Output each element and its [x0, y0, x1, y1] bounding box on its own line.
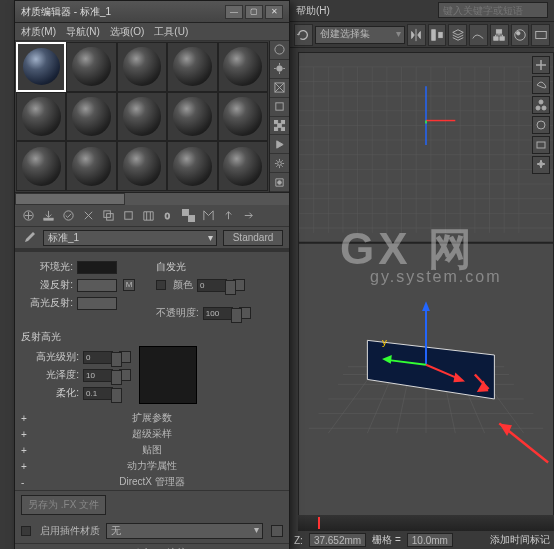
make-copy-icon[interactable] [99, 207, 117, 225]
close-button[interactable]: ✕ [265, 5, 283, 19]
sample-uv-icon[interactable] [270, 98, 289, 117]
plugin-dropdown[interactable]: 无 [106, 523, 263, 539]
put-to-library-icon[interactable] [139, 207, 157, 225]
material-name-input[interactable]: 标准_1 [43, 230, 217, 246]
modify-tab-icon[interactable] [532, 76, 550, 94]
material-id-icon[interactable]: 0 [159, 207, 177, 225]
show-in-viewport-icon[interactable] [179, 207, 197, 225]
go-to-parent-icon[interactable] [219, 207, 237, 225]
color-checkbox-label: 颜色 [173, 278, 193, 292]
svg-rect-64 [274, 127, 278, 131]
make-preview-icon[interactable] [270, 135, 289, 154]
svg-rect-60 [276, 103, 283, 110]
svg-point-52 [539, 100, 543, 104]
sample-slot[interactable] [16, 92, 66, 142]
eyedropper-icon[interactable] [21, 230, 37, 246]
plugin-map-button[interactable] [271, 525, 283, 537]
video-check-icon[interactable] [270, 117, 289, 136]
menu-help[interactable]: 帮助(H) [296, 4, 330, 18]
slots-scrollbar[interactable] [15, 193, 289, 205]
diffuse-color-swatch[interactable] [77, 279, 117, 292]
make-unique-icon[interactable] [119, 207, 137, 225]
minimize-button[interactable]: — [225, 5, 243, 19]
get-material-icon[interactable] [19, 207, 37, 225]
opacity-label: 不透明度: [156, 306, 199, 320]
rollout-mental-ray[interactable]: mental ray 连接 [15, 543, 289, 549]
maximize-button[interactable]: ▢ [245, 5, 263, 19]
curve-editor-icon[interactable] [469, 24, 488, 46]
go-forward-icon[interactable] [239, 207, 257, 225]
reset-map-icon[interactable] [79, 207, 97, 225]
add-time-tag[interactable]: 添加时间标记 [490, 533, 550, 547]
utilities-tab-icon[interactable] [532, 156, 550, 174]
self-illum-spinner[interactable]: 0 [197, 279, 227, 292]
display-tab-icon[interactable] [532, 136, 550, 154]
sample-slot[interactable] [16, 141, 66, 191]
sample-slot[interactable] [66, 42, 116, 92]
select-by-material-icon[interactable] [270, 173, 289, 192]
specular-color-swatch[interactable] [77, 297, 117, 310]
sample-slot[interactable] [167, 92, 217, 142]
sample-slot[interactable] [117, 141, 167, 191]
menu-options[interactable]: 选项(O) [110, 25, 144, 39]
material-editor-icon[interactable] [511, 24, 530, 46]
rollout-directx[interactable]: DirectX 管理器 [15, 474, 289, 490]
perspective-viewport[interactable]: y [298, 52, 554, 531]
glossiness-spinner[interactable]: 10 [83, 369, 113, 382]
put-to-scene-icon[interactable] [39, 207, 57, 225]
svg-rect-76 [182, 209, 189, 216]
opacity-spinner[interactable]: 100 [203, 307, 233, 320]
rollout-dynamics[interactable]: 动力学属性 [15, 458, 289, 474]
sample-slot[interactable] [218, 92, 268, 142]
timeline-track[interactable] [298, 515, 554, 531]
menu-material[interactable]: 材质(M) [21, 25, 56, 39]
spec-level-spinner[interactable]: 0 [83, 351, 113, 364]
align-icon[interactable] [428, 24, 447, 46]
sample-type-icon[interactable] [270, 41, 289, 60]
backlight-icon[interactable] [270, 60, 289, 79]
sample-slot[interactable] [117, 92, 167, 142]
material-editor-window: 材质编辑器 - 标准_1 — ▢ ✕ 材质(M) 导航(N) 选项(O) 工具(… [14, 0, 290, 549]
diffuse-map-button[interactable]: M [123, 279, 135, 291]
sample-slot[interactable] [117, 42, 167, 92]
z-value-field[interactable]: 37.652mm [309, 533, 366, 547]
sample-slot[interactable] [218, 42, 268, 92]
create-tab-icon[interactable] [532, 56, 550, 74]
undo-icon[interactable] [294, 24, 313, 46]
material-editor-titlebar[interactable]: 材质编辑器 - 标准_1 — ▢ ✕ [15, 1, 289, 23]
background-icon[interactable] [270, 79, 289, 98]
motion-tab-icon[interactable] [532, 116, 550, 134]
svg-point-53 [536, 106, 540, 110]
options-icon[interactable] [270, 154, 289, 173]
rollout-maps[interactable]: 贴图 [15, 442, 289, 458]
ambient-color-swatch[interactable] [77, 261, 117, 274]
sample-slot[interactable] [66, 92, 116, 142]
sample-slot[interactable] [167, 42, 217, 92]
show-end-result-icon[interactable] [199, 207, 217, 225]
layers-icon[interactable] [448, 24, 467, 46]
sample-slot[interactable] [218, 141, 268, 191]
selection-set-dropdown[interactable]: 创建选择集 [315, 26, 405, 44]
rollout-extended-params[interactable]: 扩展参数 [15, 410, 289, 426]
sample-side-toolbar [269, 41, 289, 192]
status-bar: Z: 37.652mm 栅格 = 10.0mm 添加时间标记 [290, 531, 554, 549]
menu-utilities[interactable]: 工具(U) [154, 25, 188, 39]
material-type-button[interactable]: Standard [223, 230, 283, 246]
menu-navigate[interactable]: 导航(N) [66, 25, 100, 39]
svg-point-71 [63, 211, 72, 220]
sample-slot[interactable] [66, 141, 116, 191]
svg-rect-7 [535, 31, 546, 38]
search-input[interactable] [438, 2, 548, 18]
save-fx-button[interactable]: 另存为 .FX 文件 [21, 495, 106, 515]
mirror-icon[interactable] [407, 24, 426, 46]
hierarchy-tab-icon[interactable] [532, 96, 550, 114]
enable-plugin-checkbox[interactable] [21, 526, 31, 536]
sample-slot[interactable] [16, 42, 66, 92]
schematic-icon[interactable] [490, 24, 509, 46]
assign-to-selection-icon[interactable] [59, 207, 77, 225]
self-illum-checkbox[interactable] [156, 280, 166, 290]
rollout-super-sampling[interactable]: 超级采样 [15, 426, 289, 442]
render-setup-icon[interactable] [531, 24, 550, 46]
sample-slot[interactable] [167, 141, 217, 191]
soften-spinner[interactable]: 0.1 [83, 387, 113, 400]
